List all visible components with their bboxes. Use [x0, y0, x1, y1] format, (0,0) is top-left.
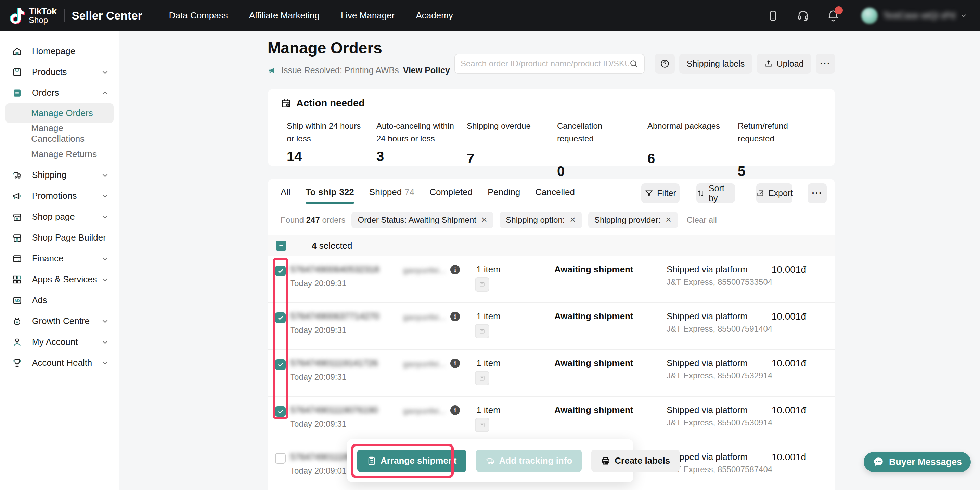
sidebar-item-manage-orders[interactable]: Manage Orders — [5, 103, 114, 123]
notifications-bell-icon[interactable] — [826, 9, 840, 22]
action-needed-title: Action needed — [296, 97, 365, 109]
header-more-button[interactable]: ··· — [816, 54, 835, 73]
row-checkbox[interactable] — [275, 359, 286, 370]
tab-all[interactable]: All — [281, 187, 291, 204]
item-count: 1 item — [476, 264, 501, 275]
nav-item-live-manager[interactable]: Live Manager — [341, 10, 395, 21]
tiktok-shop-logo[interactable]: TikTok Shop — [10, 7, 57, 25]
close-icon[interactable]: ✕ — [570, 216, 576, 224]
tab-pending[interactable]: Pending — [488, 187, 520, 204]
sidebar-item-growth-centre[interactable]: Growth Centre — [0, 311, 119, 332]
sidebar-item-homepage[interactable]: Homepage — [0, 41, 119, 62]
nav-item-affiliate-marketing[interactable]: Affiliate Marketing — [249, 10, 320, 21]
product-thumbnail[interactable] — [475, 277, 489, 291]
add-tracking-info-button[interactable]: Add tracking info — [476, 450, 582, 472]
sidebar-item-manage-returns[interactable]: Manage Returns — [0, 144, 119, 165]
sidebar-item-my-account[interactable]: My Account — [0, 332, 119, 352]
stat-auto-canceling[interactable]: Auto-canceling within 24 hours or less 3 — [376, 119, 458, 164]
filter-chip-shipping-provider[interactable]: Shipping provider: ✕ — [588, 212, 678, 228]
order-total: 10.001đ — [772, 358, 806, 369]
stat-shipping-overdue[interactable]: Shipping overdue 7 — [467, 119, 549, 166]
select-all-checkbox[interactable] — [276, 240, 286, 251]
clear-all-filters[interactable]: Clear all — [687, 215, 717, 225]
sort-by-label: Sort by — [709, 183, 735, 203]
order-time: Today 20:09:01 — [290, 466, 346, 476]
sidebar-item-promotions[interactable]: Promotions — [0, 185, 119, 206]
orders-clipboard-icon — [12, 88, 22, 98]
close-icon[interactable]: ✕ — [481, 216, 487, 224]
help-button[interactable] — [655, 54, 675, 73]
sidebar-item-shop-page[interactable]: Shop page — [0, 206, 119, 227]
tab-to-ship[interactable]: To ship322 — [305, 187, 354, 204]
stat-return-refund-requested[interactable]: Return/refund requested 5 — [738, 119, 820, 179]
sort-arrows-icon — [696, 189, 705, 198]
account-menu[interactable]: TestCase wtQi sPd — [861, 8, 968, 24]
sidebar-item-manage-cancellations[interactable]: Manage Cancellations — [0, 123, 119, 144]
headset-support-icon[interactable] — [796, 9, 810, 22]
sidebar-item-account-health[interactable]: Account Health — [0, 352, 119, 373]
sidebar-item-finance[interactable]: Finance — [0, 248, 119, 269]
shipping-labels-button[interactable]: Shipping labels — [679, 54, 752, 73]
stat-abnormal-packages[interactable]: Abnormal packages 6 — [648, 119, 730, 166]
filter-button[interactable]: Filter — [641, 183, 679, 203]
credit-card-icon — [12, 253, 22, 264]
table-more-button[interactable]: ··· — [808, 183, 827, 203]
view-policy-link[interactable]: View Policy — [403, 65, 450, 75]
tab-completed[interactable]: Completed — [430, 187, 473, 204]
order-status-tabs: All To ship322 Shipped74 Completed Pendi… — [281, 187, 575, 204]
stat-cancellation-requested[interactable]: Cancellation requested 0 — [557, 119, 639, 179]
order-id[interactable]: 576474901119076190 — [290, 405, 378, 415]
tiktok-note-icon — [10, 7, 25, 25]
row-checkbox[interactable] — [275, 266, 286, 276]
sort-by-button[interactable]: Sort by — [696, 183, 735, 203]
product-thumbnail[interactable] — [475, 324, 489, 339]
nav-item-academy[interactable]: Academy — [416, 10, 453, 21]
table-row[interactable]: 576474901119076190 Today 20:09:31 gaoyun… — [267, 396, 835, 444]
sidebar-item-ads[interactable]: AD Ads — [0, 290, 119, 311]
stat-ship-within-24h[interactable]: Ship within 24 hours or less 14 — [287, 119, 369, 164]
row-checkbox[interactable] — [275, 312, 286, 323]
buyer-messages-button[interactable]: Buyer Messages — [864, 452, 971, 472]
search-input[interactable] — [461, 59, 629, 68]
upload-button[interactable]: Upload — [757, 54, 811, 73]
info-icon[interactable]: i — [450, 265, 460, 274]
mobile-app-icon[interactable] — [766, 9, 780, 22]
seller-center-title[interactable]: Seller Center — [72, 9, 142, 22]
info-icon[interactable]: i — [450, 312, 460, 321]
main-content: Manage Orders Issue Resolved: Printing A… — [119, 31, 980, 490]
filter-chip-order-status[interactable]: Order Status: Awaiting Shipment ✕ — [352, 212, 493, 228]
search-icon[interactable] — [629, 59, 638, 68]
info-icon[interactable]: i — [450, 359, 460, 368]
order-id[interactable]: 576474901119141726 — [290, 358, 378, 369]
arrange-shipment-button[interactable]: Arrange shipment — [357, 450, 466, 472]
ship-detail: J&T Express, 855007587404 — [667, 465, 772, 474]
row-checkbox[interactable] — [275, 406, 286, 417]
filter-chip-shipping-option[interactable]: Shipping option: ✕ — [500, 212, 582, 228]
order-total: 10.001đ — [772, 452, 806, 463]
table-row[interactable]: 576474900640532318 Today 20:09:31 gaoyun… — [267, 256, 835, 303]
buyer-name[interactable]: gaoyunfei... — [403, 312, 445, 322]
buyer-name[interactable]: gaoyunfei... — [403, 359, 445, 369]
sidebar-item-shipping[interactable]: Shipping — [0, 165, 119, 185]
create-labels-button[interactable]: Create labels — [591, 450, 679, 472]
table-row[interactable]: 576474900637714270 Today 20:09:31 gaoyun… — [267, 303, 835, 350]
order-id[interactable]: 576474900640532318 — [290, 264, 379, 275]
close-icon[interactable]: ✕ — [665, 216, 671, 224]
row-checkbox[interactable] — [275, 453, 286, 464]
product-thumbnail[interactable] — [475, 371, 489, 385]
stat-value: 14 — [287, 149, 369, 164]
sidebar-item-products[interactable]: Products — [0, 62, 119, 83]
sidebar-item-apps-services[interactable]: Apps & Services — [0, 269, 119, 290]
buyer-name[interactable]: gaoyunfei... — [403, 266, 445, 275]
info-icon[interactable]: i — [450, 406, 460, 415]
export-button[interactable]: Export — [756, 183, 792, 203]
order-id[interactable]: 576474900637714270 — [290, 311, 379, 321]
sidebar-item-orders[interactable]: Orders — [0, 83, 119, 103]
product-thumbnail[interactable] — [475, 418, 489, 432]
table-row[interactable]: 576474901119141726 Today 20:09:31 gaoyun… — [267, 350, 835, 396]
buyer-name[interactable]: gaoyunfei... — [403, 406, 445, 416]
tab-cancelled[interactable]: Cancelled — [535, 187, 575, 204]
tab-shipped[interactable]: Shipped74 — [369, 187, 414, 204]
nav-item-data-compass[interactable]: Data Compass — [169, 10, 228, 21]
sidebar-item-shop-page-builder[interactable]: Shop Page Builder — [0, 227, 119, 248]
